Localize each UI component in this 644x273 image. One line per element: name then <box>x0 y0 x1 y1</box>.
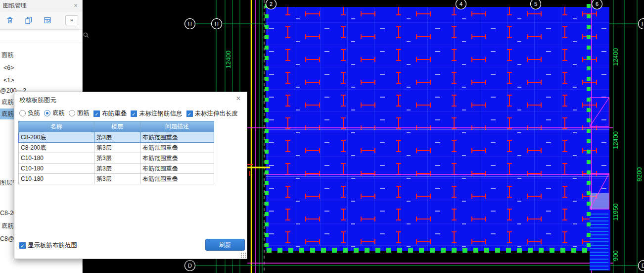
table-row[interactable]: C10-180第3层布筋范围重叠 <box>19 164 214 174</box>
refresh-button[interactable]: 刷新 <box>205 239 245 251</box>
axis-bubble: 6 <box>592 0 602 9</box>
stair-slab <box>590 210 610 271</box>
check-slab-rebar-dialog: 校核板筋图元 × 负筋底筋面筋 ✓布筋重叠✓未标注钢筋信息✓未标注伸出长度 名称… <box>14 92 247 259</box>
axis-bubble: 4 <box>456 0 466 9</box>
search-icon[interactable] <box>83 32 90 41</box>
dimension-label: 9200 <box>636 167 643 182</box>
svg-text:H: H <box>215 21 219 27</box>
svg-text:5: 5 <box>534 1 537 7</box>
column-header: 问题描述 <box>140 121 214 132</box>
axis-bubble: 5 <box>531 0 541 9</box>
slab-region[interactable] <box>266 7 609 251</box>
tree-item[interactable]: <1> <box>0 75 82 86</box>
tree-item[interactable]: <6> <box>0 62 82 73</box>
dimension-label: 900 <box>612 250 619 261</box>
resize-grip[interactable] <box>240 252 246 258</box>
dimension-label: 12400 <box>612 131 619 149</box>
table-row[interactable]: C10-180第3层布筋范围重叠 <box>19 153 214 164</box>
axis-bubble: H <box>212 19 222 29</box>
svg-text:D: D <box>642 263 644 269</box>
show-range-option[interactable]: ✓ 显示板筋布筋范围 <box>19 241 77 250</box>
svg-text:H: H <box>188 21 192 27</box>
table-row[interactable]: C10-180第3层布筋范围重叠 <box>19 174 214 184</box>
dimension-label: 12400 <box>612 48 619 66</box>
column-header: 名称 <box>19 121 94 132</box>
column-header: 楼层 <box>94 121 140 132</box>
svg-text:2: 2 <box>270 1 273 7</box>
svg-text:6: 6 <box>596 1 598 7</box>
radio-面筋[interactable]: 面筋 <box>69 109 90 117</box>
issue-table-header: 名称楼层问题描述 <box>19 121 214 132</box>
svg-text:D: D <box>188 263 192 269</box>
svg-text:4: 4 <box>460 1 462 7</box>
svg-text:H: H <box>642 21 644 27</box>
radio-底筋[interactable]: 底筋 <box>44 109 65 117</box>
dimension-label: 11950 <box>612 203 619 220</box>
issue-filter-check-group: ✓布筋重叠✓未标注钢筋信息✓未标注伸出长度 <box>93 109 242 118</box>
tree-item[interactable]: 面筋 <box>0 50 82 60</box>
axis-bubble: D <box>185 261 195 271</box>
filter-controls: 负筋底筋面筋 ✓布筋重叠✓未标注钢筋信息✓未标注伸出长度 <box>19 109 242 118</box>
table-row[interactable]: C8-200底第3层布筋范围重叠 <box>19 132 214 143</box>
axis-bubble: 2 <box>266 0 276 9</box>
table-row[interactable]: C8-200底第3层布筋范围重叠 <box>19 143 214 153</box>
dialog-close-icon[interactable]: × <box>234 94 243 103</box>
checkbox-布筋重叠[interactable]: ✓布筋重叠 <box>93 109 127 118</box>
axis-bubble: H <box>185 19 195 29</box>
show-range-checkbox[interactable]: ✓ <box>19 242 26 249</box>
checkbox-未标注伸出长度[interactable]: ✓未标注伸出长度 <box>186 109 238 118</box>
rebar-type-radio-group: 负筋底筋面筋 <box>19 109 93 118</box>
dialog-title[interactable]: 校核板筋图元 <box>19 96 56 105</box>
checkbox-未标注钢筋信息[interactable]: ✓未标注钢筋信息 <box>131 109 183 118</box>
issue-table[interactable]: 名称楼层问题描述 C8-200底第3层布筋范围重叠C8-200底第3层布筋范围重… <box>18 121 214 184</box>
show-range-label: 显示板筋布筋范围 <box>28 241 77 250</box>
radio-负筋[interactable]: 负筋 <box>19 109 40 117</box>
dimension-label: 12400 <box>225 51 232 68</box>
